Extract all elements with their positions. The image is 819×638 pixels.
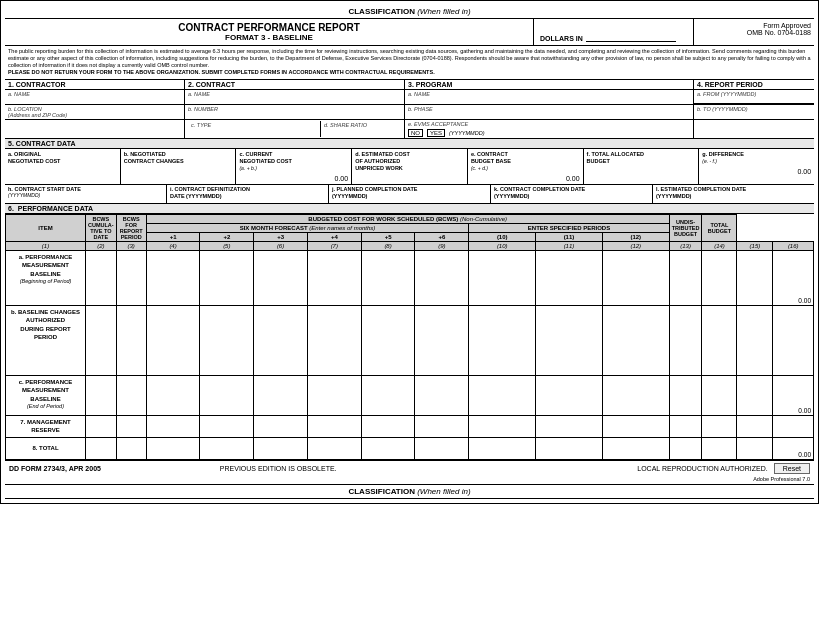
report-to-label: b. TO (YYYYMMDD) (697, 106, 811, 112)
row-b-p5 (361, 305, 415, 375)
row-c-p5 (361, 375, 415, 415)
row-a-p5 (361, 250, 415, 305)
row-8-s11 (536, 437, 603, 459)
row-8-p5 (361, 437, 415, 459)
contract-completion-label: k. CONTRACT COMPLETION DATE(YYYYMMDD) (494, 186, 649, 200)
row-8-p1 (146, 437, 200, 459)
reset-button[interactable]: Reset (774, 463, 810, 474)
row-a-s10 (469, 250, 536, 305)
row-b-label: b. BASELINE CHANGESAUTHORIZEDDURING REPO… (6, 305, 86, 375)
cd-col-c-sub: (a. + b.) (239, 165, 348, 171)
row-c-undistrib (737, 375, 773, 415)
row-b-p6 (415, 305, 469, 375)
row-8-label: 8. TOTAL (6, 437, 86, 459)
table-header-budgeted-title: BUDGETED COST FOR WORK SCHEDULED (BCWS) … (146, 214, 669, 223)
evms-no-box: NO (408, 129, 423, 137)
cd-col-c-label: c. CURRENTNEGOTIATED COST (239, 151, 348, 165)
row-c-s10 (469, 375, 536, 415)
row-a-p3 (254, 250, 308, 305)
row-7-undistrib (737, 415, 773, 437)
report-period-label: REPORT PERIOD (705, 81, 763, 88)
row-8-p2 (200, 437, 254, 459)
col-num-6: (6) (254, 241, 308, 250)
contract-defin-label: i. CONTRACT DEFINITIZATIONDATE (YYYYMMDD… (170, 186, 325, 200)
row-8-p3 (254, 437, 308, 459)
col-p4: +4 (307, 232, 361, 241)
row-c-bcws-cumul (86, 375, 117, 415)
col-num-9: (9) (415, 241, 469, 250)
form-title: CONTRACT PERFORMANCE REPORT (8, 22, 530, 33)
col-p3: +3 (254, 232, 308, 241)
row-c-p6 (415, 375, 469, 415)
col-num-10: (10) (469, 241, 536, 250)
notice-text: The public reporting burden for this col… (5, 46, 814, 80)
cd-col-a-label: a. ORIGINALNEGOTIATED COST (8, 151, 117, 165)
col-s10: (10) (469, 232, 536, 241)
table-header-total-budget: TOTALBUDGET (702, 214, 737, 241)
col-p5: +5 (361, 232, 415, 241)
bottom-classification-label: CLASSIFICATION (348, 487, 415, 496)
row-a-s14 (702, 250, 737, 305)
footer-local-repro: LOCAL REPRODUCTION AUTHORIZED. (637, 465, 767, 472)
contract-evms-label: e. EVMS ACCEPTANCE (408, 121, 690, 127)
table-header-bcws-cumul: BCWSCUMULA-TIVE TODATE (86, 214, 117, 241)
row-c-total: 0.00 (773, 375, 814, 415)
contract-section-label: CONTRACT (196, 81, 235, 88)
table-header-six-month: SIX MONTH FORECAST (Enter names of month… (146, 223, 469, 232)
row-a-s12 (602, 250, 669, 305)
program-phase-label: b. PHASE (408, 106, 690, 112)
row-8-p6 (415, 437, 469, 459)
contract-estimated-label: l. ESTIMATED COMPLETION DATE(YYYYMMDD) (656, 186, 811, 200)
row-b-s14 (702, 305, 737, 375)
col-num-1: (1) (6, 241, 86, 250)
report-from-label: a. FROM (YYYYMMDD) (697, 91, 811, 97)
contract-share-ratio-label: d. SHARE RATIO (324, 122, 398, 128)
row-8-bcws-report (116, 437, 146, 459)
row-c-p1 (146, 375, 200, 415)
row-b-p1 (146, 305, 200, 375)
col-num-15: (15) (737, 241, 773, 250)
row-c-s11 (536, 375, 603, 415)
footer-prev-edition: PREVIOUS EDITION IS OBSOLETE. (101, 465, 456, 472)
row-b-bcws-report (116, 305, 146, 375)
row-b-undistrib (737, 305, 773, 375)
col-s12: (12) (602, 232, 669, 241)
col-num-3: (3) (116, 241, 146, 250)
bottom-classification: CLASSIFICATION (When filled in) (5, 484, 814, 499)
row-7-total (773, 415, 814, 437)
row-b-s10 (469, 305, 536, 375)
row-7-bcws-cumul (86, 415, 117, 437)
row-b-p2 (200, 305, 254, 375)
col-s11: (11) (536, 232, 603, 241)
cd-col-e-sub: (c. + d.) (471, 165, 580, 171)
col-p2: +2 (200, 232, 254, 241)
form-approved-label: Form Approved (697, 22, 811, 29)
cd-col-d-label: d. ESTIMATED COSTOF AUTHORIZEDUNPRICED W… (355, 151, 464, 172)
row-a-label: a. PERFORMANCEMEASUREMENTBASELINE (Begin… (6, 250, 86, 305)
contractor-name-label: a. NAME (8, 91, 181, 97)
row-c-bcws-report (116, 375, 146, 415)
contract-start-sub: (YYYYMMDD) (8, 192, 163, 198)
table-header-item: ITEM (6, 214, 86, 241)
cd-col-b-label: b. NEGOTIATEDCONTRACT CHANGES (124, 151, 233, 165)
row-b-bcws-cumul (86, 305, 117, 375)
omb-number: OMB No. 0704-0188 (697, 29, 811, 36)
row-b-s11 (536, 305, 603, 375)
classification-when: (When filled in) (417, 7, 470, 16)
col-num-11: (11) (536, 241, 603, 250)
row-a-bcws-cumul (86, 250, 117, 305)
footer-adobe: Adobe Professional 7.0 (5, 476, 814, 484)
row-7-s14 (702, 415, 737, 437)
row-8-total: 0.00 (773, 437, 814, 459)
row-8-s10 (469, 437, 536, 459)
col-p6: +6 (415, 232, 469, 241)
row-a-p4 (307, 250, 361, 305)
contract-data-section-num: 5. (8, 140, 14, 147)
row-7-s12 (602, 415, 669, 437)
report-period-num: 4. (697, 81, 703, 88)
program-name-label: a. NAME (408, 91, 690, 97)
row-7-p1 (146, 415, 200, 437)
perf-section-label: PERFORMANCE DATA (18, 205, 93, 212)
row-7-s13 (669, 415, 702, 437)
col-num-2: (2) (86, 241, 117, 250)
